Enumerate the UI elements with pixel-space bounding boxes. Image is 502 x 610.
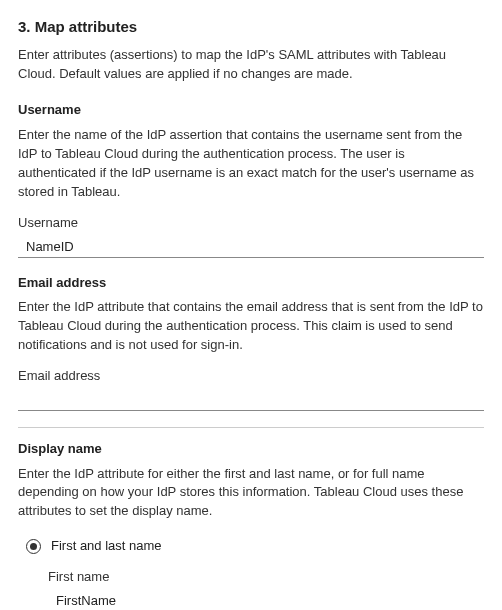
- username-heading: Username: [18, 101, 484, 120]
- display-name-heading: Display name: [18, 440, 484, 459]
- divider: [18, 427, 484, 428]
- first-name-input[interactable]: [48, 589, 484, 610]
- section-description: Enter attributes (assertions) to map the…: [18, 46, 484, 84]
- first-last-name-inputs: First name Last name: [48, 568, 484, 610]
- radio-selected-icon: [26, 539, 41, 554]
- display-name-description: Enter the IdP attribute for either the f…: [18, 465, 484, 522]
- first-name-label: First name: [48, 568, 484, 587]
- email-description: Enter the IdP attribute that contains th…: [18, 298, 484, 355]
- email-block: Email address Enter the IdP attribute th…: [18, 274, 484, 411]
- section-title: 3. Map attributes: [18, 16, 484, 38]
- username-description: Enter the name of the IdP assertion that…: [18, 126, 484, 201]
- radio-first-last-label: First and last name: [51, 537, 162, 556]
- email-heading: Email address: [18, 274, 484, 293]
- username-label: Username: [18, 214, 484, 233]
- username-block: Username Enter the name of the IdP asser…: [18, 101, 484, 257]
- email-label: Email address: [18, 367, 484, 386]
- display-name-block: Display name Enter the IdP attribute for…: [18, 440, 484, 610]
- username-input[interactable]: [18, 235, 484, 258]
- email-input[interactable]: [18, 388, 484, 411]
- radio-first-and-last-name[interactable]: First and last name: [18, 533, 484, 560]
